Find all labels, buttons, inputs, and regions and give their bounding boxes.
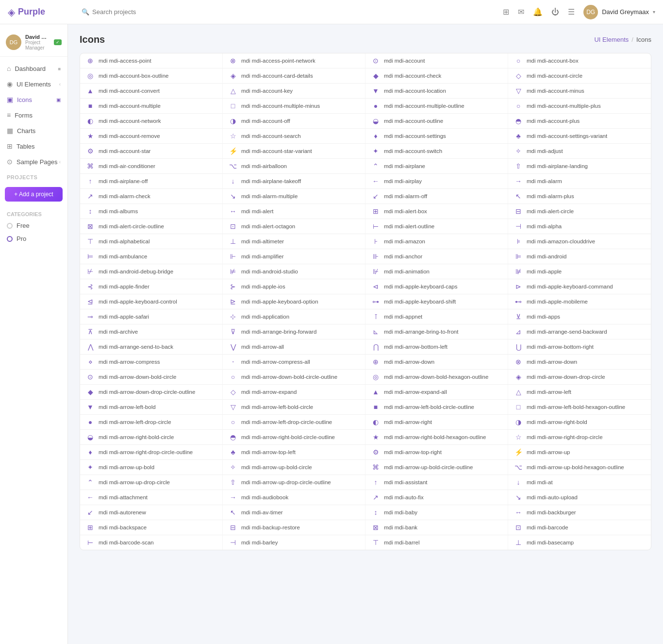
icon-cell[interactable]: ⊩mdi mdi-amplifier xyxy=(223,249,365,264)
icon-cell[interactable]: ↗mdi mdi-auto-fix xyxy=(365,490,508,505)
add-project-button[interactable]: + Add a project xyxy=(5,187,63,202)
icon-cell[interactable]: ⌥mdi mdi-airballoon xyxy=(223,159,365,173)
icon-cell[interactable]: ▲mdi mdi-arrow-expand-all xyxy=(365,385,508,399)
icon-cell[interactable]: ⊾mdi mdi-arrange-bring-to-front xyxy=(365,324,508,339)
icon-cell[interactable]: ◐mdi mdi-arrow-right xyxy=(365,415,508,429)
icon-cell[interactable]: ✧mdi mdi-adjust xyxy=(508,144,651,158)
icon-cell[interactable]: ⊳mdi mdi-apple-keyboard-command xyxy=(508,279,651,294)
icon-cell[interactable]: ⊦mdi mdi-amazon xyxy=(365,234,508,249)
icon-cell[interactable]: ⊟mdi mdi-backup-restore xyxy=(223,520,365,535)
icon-cell[interactable]: ◈mdi mdi-arrow-down-drop-circle xyxy=(508,370,651,384)
icon-cell[interactable]: ⇧mdi mdi-arrow-up-drop-circle-outline xyxy=(223,475,365,490)
sidebar-item-dashboard[interactable]: ⌂ Dashboard ■ xyxy=(0,61,67,76)
icon-cell[interactable]: ⊕mdi mdi-access-point xyxy=(80,53,223,68)
icon-cell[interactable]: ⊮mdi mdi-animation xyxy=(365,264,508,279)
icon-cell[interactable]: ⊰mdi mdi-apple-finder xyxy=(80,279,223,294)
icon-cell[interactable]: ↖mdi mdi-av-timer xyxy=(223,505,365,520)
icon-cell[interactable]: ←mdi mdi-airplay xyxy=(365,174,508,188)
icon-cell[interactable]: ↑mdi mdi-assistant xyxy=(365,475,508,490)
icon-cell[interactable]: ⊧mdi mdi-amazon-clouddrive xyxy=(508,234,651,249)
icon-cell[interactable]: ■mdi mdi-account-multiple xyxy=(80,99,223,113)
icon-cell[interactable]: ◓mdi mdi-arrow-right-bold-circle-outline xyxy=(223,430,365,444)
icon-cell[interactable]: ◓mdi mdi-account-plus xyxy=(508,114,651,128)
icon-cell[interactable]: ⊱mdi mdi-apple-ios xyxy=(223,279,365,294)
icon-cell[interactable]: ◒mdi mdi-account-outline xyxy=(365,114,508,128)
icon-cell[interactable]: ↘mdi mdi-alarm-multiple xyxy=(223,189,365,203)
icon-cell[interactable]: ◎mdi mdi-arrow-down-bold-hexagon-outline xyxy=(365,370,508,384)
icon-cell[interactable]: ✧mdi mdi-arrow-up-bold-circle xyxy=(223,460,365,475)
icon-cell[interactable]: ⌘mdi mdi-air-conditioner xyxy=(80,159,223,173)
sidebar-item-charts[interactable]: ▦ Charts xyxy=(0,123,67,138)
category-free[interactable]: Free xyxy=(0,219,67,232)
icon-cell[interactable]: ⊕mdi mdi-arrow-down xyxy=(365,355,508,369)
icon-cell[interactable]: ↗mdi mdi-alarm-check xyxy=(80,189,223,203)
icon-cell[interactable]: ⋃mdi mdi-arrow-bottom-right xyxy=(508,339,651,354)
icon-cell[interactable]: ⌘mdi mdi-arrow-up-bold-circle-outline xyxy=(365,460,508,475)
power-icon[interactable]: ⏻ xyxy=(551,8,559,17)
icon-cell[interactable]: ⊞mdi mdi-backspace xyxy=(80,520,223,535)
icon-cell[interactable]: ◐mdi mdi-account-network xyxy=(80,114,223,128)
search-input[interactable] xyxy=(92,8,227,16)
icon-cell[interactable]: ⋄mdi mdi-arrow-compress xyxy=(80,355,223,369)
icon-cell[interactable]: ▼mdi mdi-arrow-left-bold xyxy=(80,400,223,414)
icon-cell[interactable]: ↕mdi mdi-albums xyxy=(80,204,223,219)
icon-cell[interactable]: ◑mdi mdi-account-off xyxy=(223,114,365,128)
icon-cell[interactable]: ⊣mdi mdi-alpha xyxy=(508,219,651,234)
icon-cell[interactable]: ⊙mdi mdi-account xyxy=(365,53,508,68)
icon-cell[interactable]: ⚙mdi mdi-account-star xyxy=(80,144,223,158)
icon-cell[interactable]: ⊡mdi mdi-alert-octagon xyxy=(223,219,365,234)
menu-icon[interactable]: ☰ xyxy=(568,7,575,17)
icon-cell[interactable]: ○mdi mdi-account-multiple-plus xyxy=(508,99,651,113)
icon-cell[interactable]: ↑mdi mdi-airplane-off xyxy=(80,174,223,188)
icon-cell[interactable]: ⋀mdi mdi-arrange-send-to-back xyxy=(80,339,223,354)
icon-cell[interactable]: ↔mdi mdi-backburger xyxy=(508,505,651,520)
icon-cell[interactable]: ⚡mdi mdi-account-star-variant xyxy=(223,144,365,158)
icon-cell[interactable]: ○mdi mdi-account-box xyxy=(508,53,651,68)
navbar-user[interactable]: DG David Greymaax ▾ xyxy=(583,5,655,19)
sidebar-item-ui-elements[interactable]: ◉ UI Elements ‹ xyxy=(0,76,67,92)
icon-cell[interactable]: ⊻mdi mdi-apps xyxy=(508,309,651,324)
icon-cell[interactable]: ✦mdi mdi-account-switch xyxy=(365,144,508,158)
icon-cell[interactable]: ▽mdi mdi-account-minus xyxy=(508,84,651,98)
icon-cell[interactable]: ⌃mdi mdi-airplane xyxy=(365,159,508,173)
icon-cell[interactable]: ♦mdi mdi-arrow-right-drop-circle-outline xyxy=(80,445,223,459)
icon-cell[interactable]: →mdi mdi-alarm xyxy=(508,174,651,188)
icon-cell[interactable]: ♦mdi mdi-account-settings xyxy=(365,129,508,143)
icon-cell[interactable]: ⊪mdi mdi-anchor xyxy=(365,249,508,264)
icon-cell[interactable]: ⚡mdi mdi-arrow-up xyxy=(508,445,651,459)
icon-cell[interactable]: ☆mdi mdi-arrow-right-drop-circle xyxy=(508,430,651,444)
category-pro[interactable]: Pro xyxy=(0,232,67,245)
icon-cell[interactable]: ⋂mdi mdi-arrow-bottom-left xyxy=(365,339,508,354)
icon-cell[interactable]: ♣mdi mdi-account-settings-variant xyxy=(508,129,651,143)
icon-cell[interactable]: ⊥mdi mdi-basecamp xyxy=(508,535,651,550)
icon-cell[interactable]: ♣mdi mdi-arrow-top-left xyxy=(223,445,365,459)
icon-cell[interactable]: ⊠mdi mdi-bank xyxy=(365,520,508,535)
icon-cell[interactable]: ↕mdi mdi-baby xyxy=(365,505,508,520)
icon-cell[interactable]: →mdi mdi-audiobook xyxy=(223,490,365,505)
icon-cell[interactable]: ◇mdi mdi-account-circle xyxy=(508,68,651,83)
icon-cell[interactable]: ■mdi mdi-arrow-left-bold-circle-outline xyxy=(365,400,508,414)
icon-cell[interactable]: ←mdi mdi-attachment xyxy=(80,490,223,505)
icon-cell[interactable]: ◈mdi mdi-account-card-details xyxy=(223,68,365,83)
icon-cell[interactable]: ◆mdi mdi-account-check xyxy=(365,68,508,83)
icon-cell[interactable]: ⊢mdi mdi-barcode-scan xyxy=(80,535,223,550)
icon-cell[interactable]: ⊟mdi mdi-alert-circle xyxy=(508,204,651,219)
breadcrumb-parent[interactable]: UI Elements xyxy=(594,36,629,43)
sidebar-item-forms[interactable]: ≡ Forms xyxy=(0,107,67,123)
icon-cell[interactable]: ○mdi mdi-arrow-down-bold-circle-outline xyxy=(223,370,365,384)
icon-cell[interactable]: ▲mdi mdi-account-convert xyxy=(80,84,223,98)
icon-cell[interactable]: ✦mdi mdi-arrow-up-bold xyxy=(80,460,223,475)
icon-cell[interactable]: ●mdi mdi-account-multiple-outline xyxy=(365,99,508,113)
icon-cell[interactable]: ▽mdi mdi-arrow-left-bold-circle xyxy=(223,400,365,414)
icon-cell[interactable]: □mdi mdi-arrow-left-bold-hexagon-outline xyxy=(508,400,651,414)
icon-cell[interactable]: ★mdi mdi-account-remove xyxy=(80,129,223,143)
icon-cell[interactable]: ↓mdi mdi-airplane-takeoff xyxy=(223,174,365,188)
icon-cell[interactable]: □mdi mdi-account-multiple-minus xyxy=(223,99,365,113)
icon-cell[interactable]: ↔mdi mdi-alert xyxy=(223,204,365,219)
icon-cell[interactable]: ⊽mdi mdi-arrange-bring-forward xyxy=(223,324,365,339)
icon-cell[interactable]: ⌃mdi mdi-arrow-up-drop-circle xyxy=(80,475,223,490)
icon-cell[interactable]: ⊙mdi mdi-arrow-down-bold-circle xyxy=(80,370,223,384)
icon-cell[interactable]: ⊹mdi mdi-application xyxy=(223,309,365,324)
icon-cell[interactable]: ⊗mdi mdi-arrow-down xyxy=(508,355,651,369)
icon-cell[interactable]: ⊣mdi mdi-barley xyxy=(223,535,365,550)
